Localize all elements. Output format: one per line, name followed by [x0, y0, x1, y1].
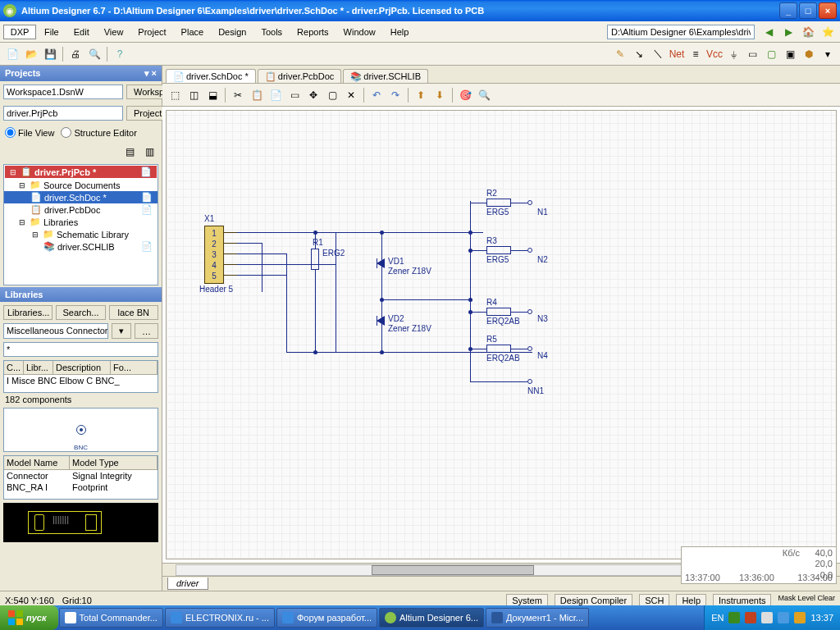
schematic-canvas[interactable]: X1 1 2 3 4 5 Header 5	[166, 110, 837, 559]
workspace-input[interactable]	[3, 84, 123, 99]
system-tray[interactable]: EN 13:37	[704, 605, 840, 630]
tree-schdoc[interactable]: 📄 driver.SchDoc *📄	[4, 191, 158, 203]
cross-probe-icon[interactable]: 🎯	[456, 86, 474, 104]
port-nn1[interactable]	[527, 379, 532, 384]
undo-icon[interactable]: ↶	[368, 86, 386, 104]
save-icon[interactable]: 💾	[41, 45, 59, 63]
port-n2[interactable]	[527, 248, 532, 253]
paste-icon[interactable]: 📄	[267, 86, 285, 104]
nav-fav-icon[interactable]: ⭐	[819, 23, 837, 41]
col-c[interactable]: C...	[4, 361, 24, 374]
menu-view[interactable]: View	[98, 25, 130, 39]
zoom-area-icon[interactable]: ◫	[185, 86, 203, 104]
library-combo-drop[interactable]: ▾	[112, 323, 131, 339]
minimize-button[interactable]: _	[779, 2, 797, 19]
tab-schlib[interactable]: 📚driver.SCHLIB	[343, 69, 428, 83]
lang-indicator[interactable]: EN	[711, 613, 724, 623]
menu-reports[interactable]: Reports	[290, 25, 336, 39]
browse-icon[interactable]: 🔍	[475, 86, 493, 104]
model-row-1[interactable]: ConnectorSignal Integrity	[4, 470, 158, 482]
tray-icon-5[interactable]	[794, 612, 806, 623]
r5-component[interactable]	[486, 345, 511, 353]
projects-close-icon[interactable]: ▾ ×	[144, 68, 157, 79]
r3-component[interactable]	[486, 246, 511, 254]
maximize-button[interactable]: □	[799, 2, 817, 19]
tool-net-icon[interactable]: Net	[668, 45, 686, 63]
tray-icon-1[interactable]	[728, 612, 740, 623]
start-button[interactable]: пуск	[0, 605, 58, 630]
list-item[interactable]: I Misce BNC Elbow C BNC_	[4, 375, 158, 386]
taskbar-item-5[interactable]: Документ1 - Micr...	[486, 608, 589, 628]
close-button[interactable]: ×	[819, 2, 837, 19]
vd1-component[interactable]	[377, 258, 385, 268]
menu-window[interactable]: Window	[337, 25, 382, 39]
tool-bus-icon[interactable]: ≡	[687, 45, 705, 63]
taskbar-item-3[interactable]: Форум разработ...	[276, 608, 377, 628]
move-icon[interactable]: ✥	[304, 86, 322, 104]
menu-place[interactable]: Place	[175, 25, 211, 39]
rubber-icon[interactable]: ▭	[285, 86, 304, 104]
tool-sheet-icon[interactable]: ▢	[762, 45, 780, 63]
menu-file[interactable]: File	[38, 25, 66, 39]
col-modelname[interactable]: Model Name	[4, 456, 70, 469]
hierarchy-up-icon[interactable]: ⬆	[412, 86, 430, 104]
dxp-logo[interactable]: DXP	[3, 25, 36, 39]
tree-schlib-file[interactable]: 📚 driver.SCHLIB📄	[4, 240, 158, 253]
zoom-sel-icon[interactable]: ⬓	[203, 86, 221, 104]
tray-volume-icon[interactable]	[761, 612, 773, 623]
tool-pencil-icon[interactable]: ✎	[611, 45, 629, 63]
port-n1[interactable]	[527, 200, 532, 205]
tool-vcc-icon[interactable]: Vcc	[705, 45, 724, 63]
deselect-icon[interactable]: ▢	[323, 86, 341, 104]
radio-file-view-input[interactable]	[5, 127, 16, 138]
x1-component[interactable]: 1 2 3 4 5	[204, 226, 224, 284]
library-combo-more[interactable]: …	[135, 323, 158, 339]
menu-design[interactable]: Design	[212, 25, 253, 39]
copy-icon[interactable]: 📋	[248, 86, 266, 104]
tree-project-root[interactable]: ⊟📋 driver.PrjPcb *📄	[5, 166, 157, 178]
tree-source-folder[interactable]: ⊟📁 Source Documents	[4, 179, 158, 191]
zoom-fit-icon[interactable]: ⬚	[166, 86, 184, 104]
search-button[interactable]: Search...	[56, 305, 105, 320]
menu-help[interactable]: Help	[384, 25, 416, 39]
tool-part-icon[interactable]: ▭	[743, 45, 761, 63]
menu-edit[interactable]: Edit	[67, 25, 96, 39]
open-icon[interactable]: 📂	[22, 45, 40, 63]
nav-back-icon[interactable]: ◀	[760, 23, 778, 41]
tool-gnd-icon[interactable]: ⏚	[724, 45, 742, 63]
panel-btn2-icon[interactable]: ▥	[140, 143, 158, 161]
taskbar-item-2[interactable]: ELECTRONIX.ru - ...	[165, 608, 275, 628]
cut-icon[interactable]: ✂	[229, 86, 247, 104]
sheet-tab-driver[interactable]: driver	[167, 578, 208, 590]
hierarchy-down-icon[interactable]: ⬇	[431, 86, 449, 104]
component-list[interactable]: C... Libr... Description Fo... I Misce B…	[3, 360, 158, 393]
tray-network-icon[interactable]	[778, 612, 789, 623]
help-icon[interactable]: ?	[111, 45, 129, 63]
tool-entry-icon[interactable]: ▣	[781, 45, 799, 63]
col-lib[interactable]: Libr...	[24, 361, 53, 374]
tab-pcbdoc[interactable]: 📋driver.PcbDoc	[258, 69, 341, 83]
clear-icon[interactable]: ✕	[342, 86, 360, 104]
col-modeltype[interactable]: Model Type	[70, 456, 158, 469]
tool-port-icon[interactable]: ⬢	[800, 45, 818, 63]
print-icon[interactable]: 🖨	[66, 45, 84, 63]
tool-more-icon[interactable]: ▾	[819, 45, 837, 63]
project-input[interactable]	[3, 106, 123, 121]
nav-fwd-icon[interactable]: ▶	[779, 23, 797, 41]
redo-icon[interactable]: ↷	[386, 86, 404, 104]
radio-structure-input[interactable]	[61, 127, 71, 138]
tree-libraries-folder[interactable]: ⊟📁 Libraries	[4, 216, 158, 228]
clock[interactable]: 13:37	[810, 613, 833, 623]
radio-structure[interactable]: Structure Editor	[61, 127, 136, 138]
preview-icon[interactable]: 🔍	[85, 45, 103, 63]
col-fp[interactable]: Fo...	[111, 361, 158, 374]
tray-icon-2[interactable]	[745, 612, 756, 623]
port-n3[interactable]	[527, 309, 532, 314]
taskbar-item-4[interactable]: Altium Designer 6...	[379, 608, 484, 628]
taskbar-item-1[interactable]: Total Commander...	[59, 608, 163, 628]
libraries-button[interactable]: Libraries...	[3, 305, 52, 320]
tree-schlib-folder[interactable]: ⊟📁 Schematic Library	[4, 228, 158, 240]
path-input[interactable]	[607, 25, 755, 39]
tool-line-icon[interactable]: ＼	[649, 45, 667, 63]
menu-project[interactable]: Project	[131, 25, 172, 39]
